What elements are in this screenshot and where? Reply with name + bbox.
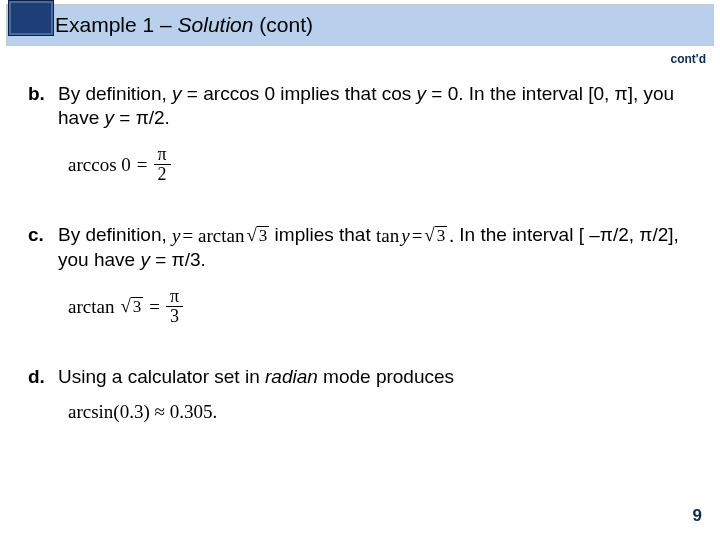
c-rhs-eq: = — [412, 224, 423, 248]
continued-label: cont'd — [670, 52, 706, 66]
eq-b-num: π — [155, 145, 168, 165]
b-text1: By definition, — [58, 83, 172, 104]
c-rhs-y: y — [401, 224, 409, 248]
eq-c: arctan √3 = π 3 — [68, 287, 692, 328]
eq-c-num: π — [168, 287, 181, 307]
c-text2: implies that — [275, 224, 376, 245]
c-var-y: y — [140, 249, 150, 270]
b-text2: = arccos 0 implies that cos — [182, 83, 417, 104]
c-rhs-tan: tan — [376, 224, 399, 248]
b-y3: y — [104, 107, 114, 128]
d-text2: mode produces — [318, 366, 454, 387]
c-after2: = π/3. — [150, 249, 206, 270]
c-inline-eq2: tan y = √3. — [376, 224, 454, 248]
item-c-body: By definition, y = arctan √3 implies tha… — [58, 223, 688, 272]
item-c: c. By definition, y = arctan √3 implies … — [28, 223, 688, 272]
page-number: 9 — [693, 506, 702, 526]
c-rhs-dot: . — [449, 224, 454, 248]
c-mid-y: y — [172, 224, 180, 248]
title-suffix: (cont) — [253, 13, 313, 36]
eq-c-sqrt: √3 — [120, 297, 143, 317]
item-c-label: c. — [28, 223, 58, 272]
title-italic: Solution — [178, 13, 254, 36]
eq-c-den: 3 — [166, 306, 183, 327]
item-d-body: Using a calculator set in radian mode pr… — [58, 365, 688, 389]
b-y1: y — [172, 83, 182, 104]
eq-c-equals: = — [149, 295, 160, 319]
item-b-label: b. — [28, 82, 58, 131]
c-mid-eq: = arctan — [183, 224, 245, 248]
eq-c-frac: π 3 — [166, 287, 183, 328]
eq-b-den: 2 — [154, 164, 171, 185]
item-d: d. Using a calculator set in radian mode… — [28, 365, 688, 389]
eq-d-expr: arcsin(0.3) ≈ 0.305. — [68, 400, 217, 424]
title-bar: Example 1 – Solution (cont) — [6, 4, 714, 46]
d-ital: radian — [265, 366, 318, 387]
eq-c-lhs: arctan — [68, 295, 114, 319]
content-area: b. By definition, y = arccos 0 implies t… — [0, 46, 720, 424]
eq-b: arccos 0 = π 2 — [68, 145, 692, 186]
corner-tab — [8, 0, 54, 36]
title-text: Example 1 – Solution (cont) — [55, 13, 313, 37]
c-rhs-sqrt: √3 — [424, 226, 447, 246]
item-b-body: By definition, y = arccos 0 implies that… — [58, 82, 688, 131]
item-b: b. By definition, y = arccos 0 implies t… — [28, 82, 688, 131]
c-mid-sqrt: √3 — [246, 226, 269, 246]
item-d-label: d. — [28, 365, 58, 389]
eq-b-equals: = — [137, 153, 148, 177]
title-prefix: Example 1 – — [55, 13, 178, 36]
b-y2: y — [417, 83, 427, 104]
d-text1: Using a calculator set in — [58, 366, 265, 387]
eq-b-frac: π 2 — [154, 145, 171, 186]
c-text1: By definition, — [58, 224, 172, 245]
c-inline-eq1: y = arctan √3 — [172, 224, 269, 248]
eq-d: arcsin(0.3) ≈ 0.305. — [68, 400, 692, 424]
eq-b-lhs: arccos 0 — [68, 153, 131, 177]
b-text4: = π/2. — [114, 107, 170, 128]
